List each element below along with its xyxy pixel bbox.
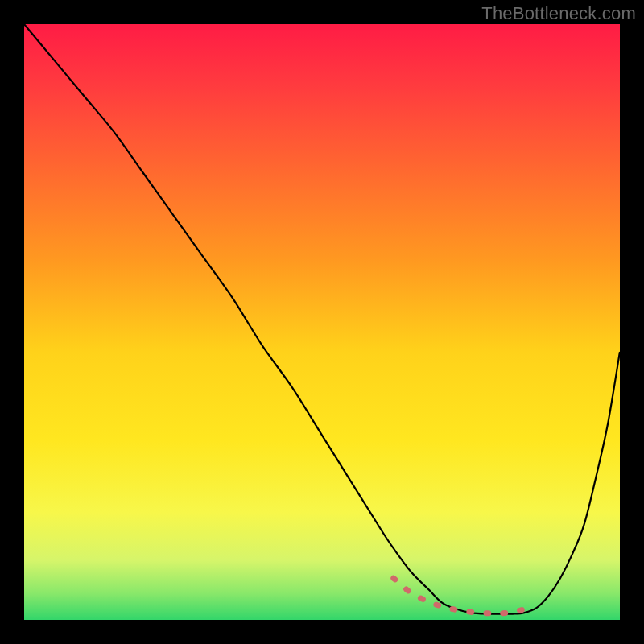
plot-area (24, 24, 620, 620)
watermark-text: TheBottleneck.com (481, 3, 636, 24)
gradient-background (24, 24, 620, 620)
chart-svg (24, 24, 620, 620)
chart-stage: TheBottleneck.com (0, 0, 644, 644)
